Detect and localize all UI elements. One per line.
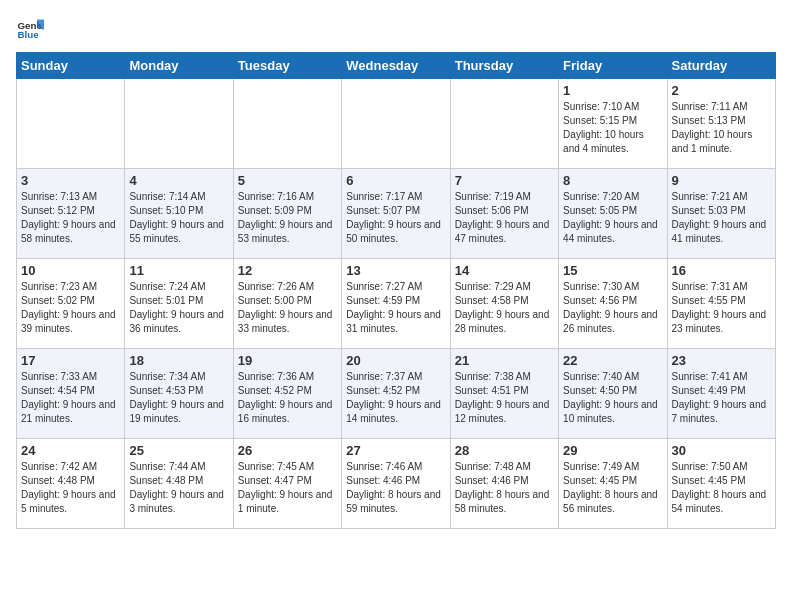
calendar-cell xyxy=(233,79,341,169)
day-info: Sunrise: 7:29 AM Sunset: 4:58 PM Dayligh… xyxy=(455,280,554,336)
day-info: Sunrise: 7:17 AM Sunset: 5:07 PM Dayligh… xyxy=(346,190,445,246)
day-number: 18 xyxy=(129,353,228,368)
day-info: Sunrise: 7:34 AM Sunset: 4:53 PM Dayligh… xyxy=(129,370,228,426)
day-info: Sunrise: 7:30 AM Sunset: 4:56 PM Dayligh… xyxy=(563,280,662,336)
day-number: 27 xyxy=(346,443,445,458)
day-number: 4 xyxy=(129,173,228,188)
column-header-thursday: Thursday xyxy=(450,53,558,79)
day-info: Sunrise: 7:36 AM Sunset: 4:52 PM Dayligh… xyxy=(238,370,337,426)
calendar-cell: 14Sunrise: 7:29 AM Sunset: 4:58 PM Dayli… xyxy=(450,259,558,349)
day-number: 20 xyxy=(346,353,445,368)
day-info: Sunrise: 7:40 AM Sunset: 4:50 PM Dayligh… xyxy=(563,370,662,426)
day-number: 24 xyxy=(21,443,120,458)
calendar-week-4: 17Sunrise: 7:33 AM Sunset: 4:54 PM Dayli… xyxy=(17,349,776,439)
day-number: 17 xyxy=(21,353,120,368)
column-header-saturday: Saturday xyxy=(667,53,775,79)
day-info: Sunrise: 7:24 AM Sunset: 5:01 PM Dayligh… xyxy=(129,280,228,336)
day-number: 28 xyxy=(455,443,554,458)
day-number: 14 xyxy=(455,263,554,278)
calendar-cell xyxy=(342,79,450,169)
day-number: 10 xyxy=(21,263,120,278)
day-info: Sunrise: 7:14 AM Sunset: 5:10 PM Dayligh… xyxy=(129,190,228,246)
day-info: Sunrise: 7:27 AM Sunset: 4:59 PM Dayligh… xyxy=(346,280,445,336)
calendar-cell: 30Sunrise: 7:50 AM Sunset: 4:45 PM Dayli… xyxy=(667,439,775,529)
day-number: 11 xyxy=(129,263,228,278)
calendar-cell: 18Sunrise: 7:34 AM Sunset: 4:53 PM Dayli… xyxy=(125,349,233,439)
calendar-cell: 20Sunrise: 7:37 AM Sunset: 4:52 PM Dayli… xyxy=(342,349,450,439)
day-info: Sunrise: 7:42 AM Sunset: 4:48 PM Dayligh… xyxy=(21,460,120,516)
day-info: Sunrise: 7:50 AM Sunset: 4:45 PM Dayligh… xyxy=(672,460,771,516)
day-number: 3 xyxy=(21,173,120,188)
calendar-cell: 25Sunrise: 7:44 AM Sunset: 4:48 PM Dayli… xyxy=(125,439,233,529)
calendar-cell: 3Sunrise: 7:13 AM Sunset: 5:12 PM Daylig… xyxy=(17,169,125,259)
calendar-cell: 15Sunrise: 7:30 AM Sunset: 4:56 PM Dayli… xyxy=(559,259,667,349)
calendar-cell: 16Sunrise: 7:31 AM Sunset: 4:55 PM Dayli… xyxy=(667,259,775,349)
column-header-tuesday: Tuesday xyxy=(233,53,341,79)
day-info: Sunrise: 7:19 AM Sunset: 5:06 PM Dayligh… xyxy=(455,190,554,246)
page-header: General Blue xyxy=(16,16,776,44)
calendar-cell: 27Sunrise: 7:46 AM Sunset: 4:46 PM Dayli… xyxy=(342,439,450,529)
day-number: 13 xyxy=(346,263,445,278)
calendar-cell xyxy=(450,79,558,169)
calendar-cell: 19Sunrise: 7:36 AM Sunset: 4:52 PM Dayli… xyxy=(233,349,341,439)
day-number: 12 xyxy=(238,263,337,278)
column-header-monday: Monday xyxy=(125,53,233,79)
calendar-cell: 6Sunrise: 7:17 AM Sunset: 5:07 PM Daylig… xyxy=(342,169,450,259)
calendar-cell: 24Sunrise: 7:42 AM Sunset: 4:48 PM Dayli… xyxy=(17,439,125,529)
day-number: 8 xyxy=(563,173,662,188)
day-info: Sunrise: 7:41 AM Sunset: 4:49 PM Dayligh… xyxy=(672,370,771,426)
calendar-cell: 7Sunrise: 7:19 AM Sunset: 5:06 PM Daylig… xyxy=(450,169,558,259)
logo: General Blue xyxy=(16,16,48,44)
day-number: 9 xyxy=(672,173,771,188)
calendar-cell: 13Sunrise: 7:27 AM Sunset: 4:59 PM Dayli… xyxy=(342,259,450,349)
calendar-table: SundayMondayTuesdayWednesdayThursdayFrid… xyxy=(16,52,776,529)
day-number: 7 xyxy=(455,173,554,188)
day-number: 23 xyxy=(672,353,771,368)
calendar-cell: 26Sunrise: 7:45 AM Sunset: 4:47 PM Dayli… xyxy=(233,439,341,529)
day-number: 16 xyxy=(672,263,771,278)
calendar-cell: 2Sunrise: 7:11 AM Sunset: 5:13 PM Daylig… xyxy=(667,79,775,169)
column-header-sunday: Sunday xyxy=(17,53,125,79)
day-info: Sunrise: 7:37 AM Sunset: 4:52 PM Dayligh… xyxy=(346,370,445,426)
svg-text:Blue: Blue xyxy=(17,29,39,40)
calendar-cell: 17Sunrise: 7:33 AM Sunset: 4:54 PM Dayli… xyxy=(17,349,125,439)
day-number: 15 xyxy=(563,263,662,278)
day-number: 26 xyxy=(238,443,337,458)
calendar-week-5: 24Sunrise: 7:42 AM Sunset: 4:48 PM Dayli… xyxy=(17,439,776,529)
calendar-cell: 23Sunrise: 7:41 AM Sunset: 4:49 PM Dayli… xyxy=(667,349,775,439)
calendar-week-3: 10Sunrise: 7:23 AM Sunset: 5:02 PM Dayli… xyxy=(17,259,776,349)
day-info: Sunrise: 7:20 AM Sunset: 5:05 PM Dayligh… xyxy=(563,190,662,246)
calendar-cell: 4Sunrise: 7:14 AM Sunset: 5:10 PM Daylig… xyxy=(125,169,233,259)
calendar-cell: 29Sunrise: 7:49 AM Sunset: 4:45 PM Dayli… xyxy=(559,439,667,529)
day-info: Sunrise: 7:49 AM Sunset: 4:45 PM Dayligh… xyxy=(563,460,662,516)
day-number: 1 xyxy=(563,83,662,98)
day-number: 2 xyxy=(672,83,771,98)
calendar-cell: 21Sunrise: 7:38 AM Sunset: 4:51 PM Dayli… xyxy=(450,349,558,439)
day-number: 25 xyxy=(129,443,228,458)
day-number: 6 xyxy=(346,173,445,188)
column-header-wednesday: Wednesday xyxy=(342,53,450,79)
day-info: Sunrise: 7:11 AM Sunset: 5:13 PM Dayligh… xyxy=(672,100,771,156)
day-number: 22 xyxy=(563,353,662,368)
calendar-cell: 1Sunrise: 7:10 AM Sunset: 5:15 PM Daylig… xyxy=(559,79,667,169)
day-number: 21 xyxy=(455,353,554,368)
calendar-cell: 10Sunrise: 7:23 AM Sunset: 5:02 PM Dayli… xyxy=(17,259,125,349)
day-info: Sunrise: 7:48 AM Sunset: 4:46 PM Dayligh… xyxy=(455,460,554,516)
column-header-friday: Friday xyxy=(559,53,667,79)
calendar-cell: 8Sunrise: 7:20 AM Sunset: 5:05 PM Daylig… xyxy=(559,169,667,259)
calendar-cell: 5Sunrise: 7:16 AM Sunset: 5:09 PM Daylig… xyxy=(233,169,341,259)
day-info: Sunrise: 7:33 AM Sunset: 4:54 PM Dayligh… xyxy=(21,370,120,426)
calendar-cell: 9Sunrise: 7:21 AM Sunset: 5:03 PM Daylig… xyxy=(667,169,775,259)
day-number: 19 xyxy=(238,353,337,368)
calendar-cell xyxy=(125,79,233,169)
day-info: Sunrise: 7:31 AM Sunset: 4:55 PM Dayligh… xyxy=(672,280,771,336)
day-info: Sunrise: 7:38 AM Sunset: 4:51 PM Dayligh… xyxy=(455,370,554,426)
calendar-cell: 28Sunrise: 7:48 AM Sunset: 4:46 PM Dayli… xyxy=(450,439,558,529)
day-number: 30 xyxy=(672,443,771,458)
calendar-header-row: SundayMondayTuesdayWednesdayThursdayFrid… xyxy=(17,53,776,79)
day-info: Sunrise: 7:23 AM Sunset: 5:02 PM Dayligh… xyxy=(21,280,120,336)
day-info: Sunrise: 7:21 AM Sunset: 5:03 PM Dayligh… xyxy=(672,190,771,246)
day-info: Sunrise: 7:44 AM Sunset: 4:48 PM Dayligh… xyxy=(129,460,228,516)
day-info: Sunrise: 7:46 AM Sunset: 4:46 PM Dayligh… xyxy=(346,460,445,516)
logo-icon: General Blue xyxy=(16,16,44,44)
